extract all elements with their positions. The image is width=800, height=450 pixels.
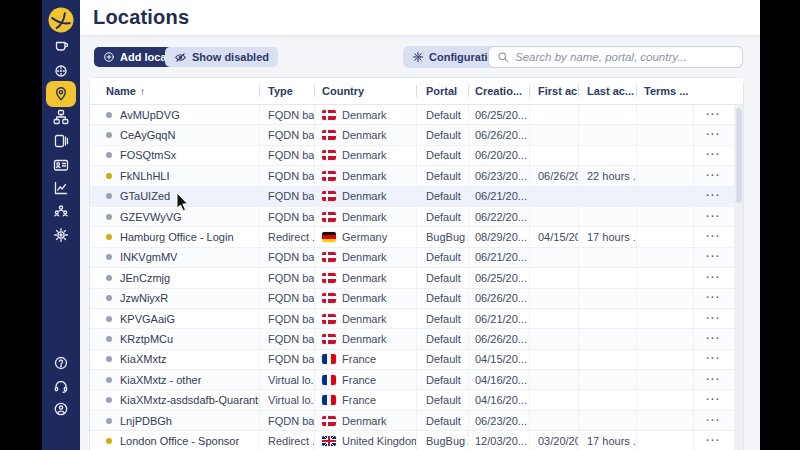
location-name: KPVGAaiG	[120, 313, 175, 325]
table-row[interactable]: JzwNiyxR FQDN ba... Denmark Default 06/2…	[90, 289, 734, 309]
table-row[interactable]: KRztpMCu FQDN ba... Denmark Default 06/2…	[90, 329, 734, 349]
location-name: KRztpMCu	[120, 333, 173, 345]
sidebar	[42, 0, 80, 450]
first-access-date	[529, 125, 578, 144]
column-header-last-access[interactable]: Last ac...	[578, 85, 636, 97]
table-body: AvMUpDVG FQDN ba... Denmark Default 06/2…	[90, 105, 734, 450]
show-disabled-button[interactable]: Show disabled	[165, 47, 278, 67]
row-actions-button[interactable]: ···	[706, 110, 721, 120]
column-header-terms[interactable]: Terms ...	[636, 85, 693, 97]
row-actions-button[interactable]: ···	[706, 150, 721, 160]
row-actions-button[interactable]: ···	[706, 191, 721, 201]
table-row[interactable]: INKVgmMV FQDN ba... Denmark Default 06/2…	[90, 248, 734, 268]
row-actions-button[interactable]: ···	[706, 130, 721, 140]
first-access-date: 03/20/20...	[529, 431, 578, 450]
row-actions-button[interactable]: ···	[706, 436, 721, 446]
row-actions-button[interactable]: ···	[706, 232, 721, 242]
search-input[interactable]	[515, 51, 734, 63]
row-actions-button[interactable]: ···	[706, 171, 721, 181]
table-row[interactable]: FkNLhHLI FQDN ba... Denmark Default 06/2…	[90, 166, 734, 186]
first-access-date	[529, 350, 578, 369]
status-dot	[106, 418, 112, 424]
account-circle-icon	[53, 401, 69, 417]
location-type: FQDN ba...	[259, 105, 314, 124]
table-row[interactable]: JEnCzmjg FQDN ba... Denmark Default 06/2…	[90, 268, 734, 288]
sidebar-item-team[interactable]	[42, 199, 80, 223]
country-name: Denmark	[342, 129, 387, 141]
row-actions-button[interactable]: ···	[706, 293, 721, 303]
table-row[interactable]: KiaXMxtz-asdsdafb-Quarantine-1537 Virtua…	[90, 390, 734, 410]
table-row[interactable]: KiaXMxtz - other Virtual lo... France De…	[90, 370, 734, 390]
stacked-pages-icon	[53, 133, 69, 149]
row-actions-button[interactable]: ···	[706, 354, 721, 364]
terms-value	[636, 125, 693, 144]
row-actions-button[interactable]: ···	[706, 314, 721, 324]
sidebar-item-locations-active[interactable]	[46, 81, 76, 107]
row-actions-button[interactable]: ···	[706, 375, 721, 385]
column-header-name[interactable]: Name↑	[90, 85, 259, 97]
sidebar-item-help[interactable]	[42, 351, 80, 375]
sidebar-item-settings[interactable]	[42, 223, 80, 247]
row-actions-button[interactable]: ···	[706, 395, 721, 405]
location-name: London Office - Sponsor	[120, 435, 239, 447]
creation-date: 04/16/20...	[468, 370, 529, 389]
location-name: FOSQtmSx	[120, 149, 176, 161]
table-header: Name↑ Type Country Portal Creatio... Fir…	[90, 78, 743, 105]
last-access-time	[578, 125, 636, 144]
first-access-date	[529, 370, 578, 389]
column-header-first-access[interactable]: First ac...	[529, 85, 578, 97]
last-access-time	[578, 207, 636, 226]
search-icon	[497, 51, 509, 63]
scrollbar-thumb[interactable]	[736, 108, 742, 203]
table-row[interactable]: CeAyGqqN FQDN ba... Denmark Default 06/2…	[90, 125, 734, 145]
location-name: JEnCzmjg	[120, 272, 170, 284]
table-row[interactable]: AvMUpDVG FQDN ba... Denmark Default 06/2…	[90, 105, 734, 125]
country-name: Denmark	[342, 149, 387, 161]
row-actions-button[interactable]: ···	[706, 252, 721, 262]
table-row[interactable]: LnjPDBGh FQDN ba... Denmark Default 06/2…	[90, 411, 734, 431]
table-row[interactable]: KPVGAaiG FQDN ba... Denmark Default 06/2…	[90, 309, 734, 329]
last-access-time: 17 hours ...	[578, 431, 636, 450]
first-access-date	[529, 411, 578, 430]
sidebar-item-sitemap[interactable]	[42, 105, 80, 129]
table-row[interactable]: London Office - Sponsor Redirect ... Uni…	[90, 431, 734, 450]
location-name: JzwNiyxR	[120, 292, 168, 304]
sidebar-item-support[interactable]	[42, 374, 80, 398]
creation-date: 06/21/20...	[468, 309, 529, 328]
row-actions-button[interactable]: ···	[706, 273, 721, 283]
sidebar-item-account[interactable]	[42, 397, 80, 421]
row-actions-button[interactable]: ···	[706, 334, 721, 344]
row-actions-button[interactable]: ···	[706, 212, 721, 222]
top-bar: Locations	[80, 0, 760, 36]
sidebar-item-cup[interactable]	[42, 33, 80, 57]
column-header-country[interactable]: Country	[314, 85, 416, 97]
country-flag-icon	[322, 314, 336, 324]
search-box[interactable]	[488, 46, 743, 68]
location-type: FQDN ba...	[259, 411, 314, 430]
location-type: FQDN ba...	[259, 268, 314, 287]
status-dot	[106, 377, 112, 383]
table-row[interactable]: GTaUIZed FQDN ba... Denmark Default 06/2…	[90, 187, 734, 207]
sidebar-item-idcard[interactable]	[42, 153, 80, 177]
sidebar-item-analytics[interactable]	[42, 176, 80, 200]
table-row[interactable]: GZEVWyVG FQDN ba... Denmark Default 06/2…	[90, 207, 734, 227]
sidebar-item-gauge[interactable]	[42, 59, 80, 83]
table-scrollbar[interactable]	[734, 105, 743, 450]
app-logo[interactable]	[48, 7, 74, 33]
column-header-type[interactable]: Type	[259, 85, 314, 97]
row-actions-button[interactable]: ···	[706, 416, 721, 426]
status-dot	[106, 152, 112, 158]
creation-date: 06/22/20...	[468, 207, 529, 226]
terms-value	[636, 268, 693, 287]
table-row[interactable]: FOSQtmSx FQDN ba... Denmark Default 06/2…	[90, 146, 734, 166]
country-name: France	[342, 353, 376, 365]
first-access-date	[529, 390, 578, 409]
table-row[interactable]: KiaXMxtz FQDN ba... France Default 04/15…	[90, 350, 734, 370]
sidebar-item-pages[interactable]	[42, 129, 80, 153]
portal-name: Default	[416, 309, 468, 328]
terms-value	[636, 207, 693, 226]
country-name: Germany	[342, 231, 387, 243]
column-header-portal[interactable]: Portal	[416, 85, 468, 97]
table-row[interactable]: Hamburg Office - Login Redirect ... Germ…	[90, 227, 734, 247]
column-header-created[interactable]: Creatio...	[468, 85, 529, 97]
